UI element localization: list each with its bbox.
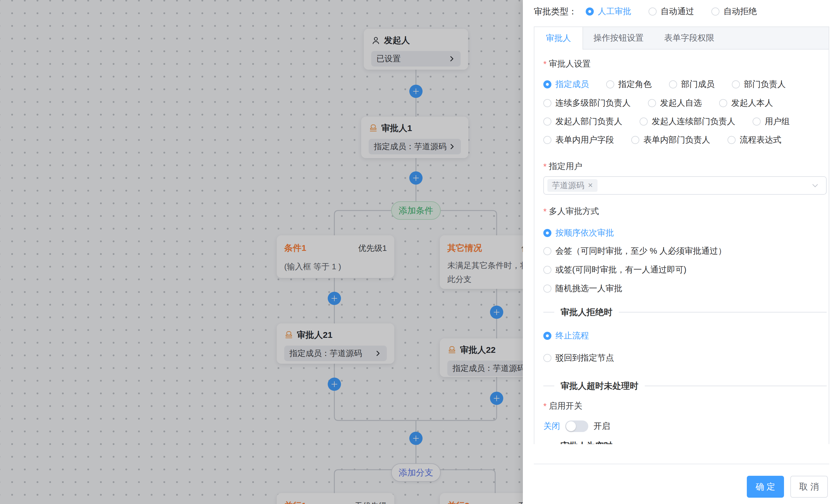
multi-mode-label: * 多人审批方式 bbox=[543, 205, 599, 218]
multi-mode-row: 或签(可同时审批，有一人通过即可) bbox=[543, 263, 704, 276]
tab-bar: 审批人 操作按钮设置 表单字段权限 bbox=[534, 27, 829, 50]
radio-form-dept-leader[interactable]: 表单内部门负责人 bbox=[631, 134, 710, 146]
reject-section-divider: 审批人拒绝时 bbox=[543, 306, 827, 319]
required-marker: * bbox=[543, 401, 547, 411]
tab-action-buttons[interactable]: 操作按钮设置 bbox=[583, 27, 654, 49]
radio-icon bbox=[753, 118, 761, 126]
radio-designated-role[interactable]: 指定角色 bbox=[606, 79, 652, 90]
assign-user-label: * 指定用户 bbox=[543, 160, 582, 173]
radio-icon bbox=[711, 7, 719, 16]
approver-setting-row-3: 发起人部门负责人 发起人连续部门负责人 用户组 bbox=[543, 115, 807, 128]
enable-switch[interactable] bbox=[565, 421, 588, 432]
multi-mode-row: 按顺序依次审批 bbox=[543, 226, 631, 240]
confirm-button[interactable]: 确 定 bbox=[747, 476, 784, 498]
radio-sequential[interactable]: 按顺序依次审批 bbox=[543, 227, 614, 239]
tab-form-permissions[interactable]: 表单字段权限 bbox=[654, 27, 724, 49]
empty-approver-section-divider: 审批人为空时 bbox=[543, 439, 827, 444]
radio-icon bbox=[543, 284, 551, 293]
approval-type-row: 审批类型： 人工审批 自动通过 自动拒绝 bbox=[534, 3, 774, 20]
radio-initiator-self[interactable]: 发起人本人 bbox=[719, 97, 773, 109]
radio-terminate-process[interactable]: 终止流程 bbox=[543, 330, 589, 342]
radio-icon bbox=[543, 332, 551, 340]
reject-option-row: 终止流程 bbox=[543, 329, 606, 343]
radio-auto-approve[interactable]: 自动通过 bbox=[648, 6, 694, 17]
drawer-scroll-area[interactable]: 审批类型： 人工审批 自动通过 自动拒绝 审批人 操作按钮设置 表单字段权限 bbox=[523, 0, 833, 444]
radio-icon bbox=[648, 99, 656, 107]
switch-on-label: 开启 bbox=[593, 421, 610, 432]
radio-icon bbox=[648, 7, 657, 16]
radio-icon bbox=[543, 354, 551, 362]
radio-initiator-self-select[interactable]: 发起人自选 bbox=[648, 97, 702, 109]
radio-multi-level-dept-leader[interactable]: 连续多级部门负责人 bbox=[543, 97, 630, 109]
assign-user-select[interactable]: 芋道源码 ✕ bbox=[543, 176, 827, 195]
empty-approver-section-title: 审批人为空时 bbox=[561, 440, 613, 445]
approver-setting-row-1: 指定成员 指定角色 部门成员 部门负责人 bbox=[543, 78, 803, 91]
radio-dept-leader[interactable]: 部门负责人 bbox=[732, 79, 786, 90]
radio-manual-approval[interactable]: 人工审批 bbox=[586, 6, 631, 17]
timeout-toggle-row: 关闭 开启 bbox=[543, 420, 610, 433]
tag-remove-icon[interactable]: ✕ bbox=[588, 182, 593, 189]
radio-icon bbox=[543, 118, 551, 126]
reject-section-title: 审批人拒绝时 bbox=[561, 306, 613, 318]
timeout-section-divider: 审批人超时未处理时 bbox=[543, 380, 827, 392]
user-tag-text: 芋道源码 bbox=[552, 180, 584, 191]
required-marker: * bbox=[543, 162, 547, 171]
chevron-down-icon bbox=[811, 181, 819, 190]
timeout-section-title: 审批人超时未处理时 bbox=[561, 380, 638, 392]
required-marker: * bbox=[543, 207, 547, 216]
tab-approver[interactable]: 审批人 bbox=[534, 27, 583, 50]
reject-option-row: 驳回到指定节点 bbox=[543, 351, 631, 364]
radio-form-user-field[interactable]: 表单内用户字段 bbox=[543, 134, 614, 146]
radio-countersign[interactable]: 会签（可同时审批，至少 % 人必须审批通过） bbox=[543, 245, 727, 257]
cancel-button[interactable]: 取 消 bbox=[790, 476, 828, 498]
radio-icon bbox=[543, 266, 551, 274]
radio-icon bbox=[543, 80, 551, 89]
radio-icon bbox=[728, 136, 736, 144]
footer-divider bbox=[534, 464, 829, 464]
required-marker: * bbox=[543, 59, 547, 69]
approver-setting-row-2: 连续多级部门负责人 发起人自选 发起人本人 bbox=[543, 97, 790, 110]
radio-icon bbox=[631, 136, 639, 144]
radio-auto-reject[interactable]: 自动拒绝 bbox=[711, 6, 757, 17]
radio-initiator-dept-leader[interactable]: 发起人部门负责人 bbox=[543, 116, 622, 127]
approval-type-label: 审批类型： bbox=[534, 6, 577, 18]
radio-icon bbox=[732, 80, 740, 89]
multi-mode-row: 随机挑选一人审批 bbox=[543, 282, 640, 295]
radio-icon bbox=[543, 136, 551, 144]
radio-dept-member[interactable]: 部门成员 bbox=[669, 79, 715, 90]
radio-designated-member[interactable]: 指定成员 bbox=[543, 79, 589, 90]
switch-off-label: 关闭 bbox=[543, 421, 560, 432]
radio-icon bbox=[586, 7, 594, 16]
radio-process-expression[interactable]: 流程表达式 bbox=[728, 134, 781, 146]
approver-setting-row-4: 表单内用户字段 表单内部门负责人 流程表达式 bbox=[543, 133, 799, 147]
radio-icon bbox=[669, 80, 677, 89]
radio-return-to-node[interactable]: 驳回到指定节点 bbox=[543, 352, 614, 364]
radio-icon bbox=[543, 247, 551, 255]
radio-random-one[interactable]: 随机挑选一人审批 bbox=[543, 283, 622, 294]
radio-icon bbox=[543, 229, 551, 237]
radio-user-group[interactable]: 用户组 bbox=[753, 116, 790, 127]
radio-icon bbox=[543, 99, 551, 107]
radio-icon bbox=[719, 99, 727, 107]
radio-icon bbox=[606, 80, 614, 89]
enable-switch-label: * 启用开关 bbox=[543, 400, 582, 412]
radio-or-sign[interactable]: 或签(可同时审批，有一人通过即可) bbox=[543, 264, 686, 276]
approver-setting-label: * 审批人设置 bbox=[543, 58, 591, 70]
radio-initiator-consecutive-dept-leader[interactable]: 发起人连续部门负责人 bbox=[640, 116, 735, 127]
multi-mode-row: 会签（可同时审批，至少 % 人必须审批通过） bbox=[543, 245, 744, 258]
user-tag: 芋道源码 ✕ bbox=[547, 179, 597, 192]
radio-icon bbox=[640, 118, 648, 126]
approver-settings-drawer: 审批类型： 人工审批 自动通过 自动拒绝 审批人 操作按钮设置 表单字段权限 bbox=[523, 0, 833, 504]
